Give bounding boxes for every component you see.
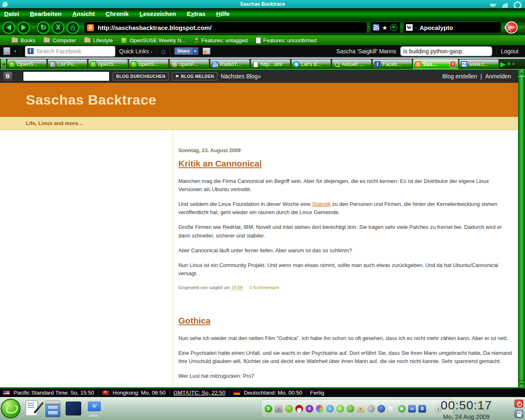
usb-device-launcher[interactable]: Ψ (84, 399, 103, 418)
menu-hilfe[interactable]: Hilfe (216, 10, 230, 17)
tray-ten-icon[interactable]: 10 (408, 405, 416, 413)
new-tab-button[interactable]: + (507, 60, 511, 68)
tray-leaf-icon[interactable] (347, 405, 354, 413)
menu-bearbeiten[interactable]: Bearbeiten (30, 10, 62, 17)
logout-button[interactable]: Logout (501, 48, 518, 55)
tray-chat-icon[interactable]: ☺ (326, 405, 334, 413)
blog-search-button[interactable]: BLOG DURCHSUCHEN (113, 72, 169, 80)
menu-lesezeichen[interactable]: Lesezeichen (139, 10, 176, 17)
url-input[interactable] (97, 24, 364, 32)
forward-button[interactable] (17, 21, 30, 34)
tab-www-c[interactable]: Fxwww.c... (459, 59, 499, 69)
menu-extras[interactable]: Extras (187, 10, 205, 17)
blogger-logo-icon[interactable]: B (3, 72, 12, 81)
tab-facebook[interactable]: fFaceb... (372, 59, 412, 69)
quick-links-menu[interactable]: Quick Links ˅ (119, 48, 153, 55)
search-magnifier-icon[interactable] (504, 25, 510, 30)
tray-globe-icon[interactable]: ⊕ (398, 405, 406, 413)
create-blog-link[interactable]: Blog erstellen (442, 73, 477, 80)
scrollbar-thumb[interactable] (518, 76, 525, 381)
wikipedia-engine-icon[interactable]: W (406, 24, 413, 31)
minimize-button[interactable] (490, 4, 496, 7)
tray-wolf-icon[interactable] (377, 405, 385, 413)
url-bar[interactable]: B (84, 21, 368, 34)
clock-deutschland[interactable]: Deutschland: Mo, 00:50 (244, 390, 303, 396)
text-editor-launcher[interactable] (23, 399, 41, 418)
tab-scroll-left-button[interactable]: ◀ (1, 59, 6, 69)
facebook-toolbar-icon[interactable] (3, 47, 10, 55)
photo-icon[interactable] (203, 48, 210, 55)
clock-hongkong[interactable]: Hongkong: Mo, 06:50 (113, 390, 166, 396)
history-dropdown[interactable]: ˅ (32, 25, 34, 30)
adblock-dropdown[interactable]: ˅ (520, 25, 522, 30)
engine-dropdown[interactable]: ˅ (415, 25, 417, 30)
blog-search-input[interactable] (23, 71, 110, 81)
desktop-launcher[interactable] (64, 399, 82, 418)
post-time-link[interactable]: 15:08 (231, 285, 243, 290)
vertical-scrollbar[interactable]: ▲ ▼ (518, 70, 525, 387)
tray-flower-icon[interactable]: # (306, 405, 313, 413)
tab-aktuell[interactable]: Aktuell ... (332, 59, 372, 69)
home-button[interactable]: ⌂ (66, 21, 79, 34)
tab-openfate[interactable]: openF... (169, 59, 209, 69)
bookmark-folder-computer[interactable]: Computer (43, 37, 76, 43)
clock-pacific[interactable]: Pacific Standard Time: So, 15:50 (14, 390, 94, 396)
chevron-down-icon[interactable]: ▾ (14, 49, 16, 53)
tab-opensuse-1[interactable]: OpenS... (7, 59, 47, 69)
tray-swirl-icon[interactable] (316, 405, 324, 413)
post-comments-link[interactable]: 0 Kommentare (250, 285, 279, 290)
rss-feed-icon[interactable] (373, 24, 379, 31)
file-manager-launcher[interactable] (43, 399, 62, 418)
blog-title[interactable]: Saschas Backtrace (26, 92, 157, 108)
facebook-home-icon[interactable]: ⌂ (161, 48, 166, 55)
tray-face-icon[interactable] (295, 405, 303, 413)
taskbar-clock[interactable]: 00:50:17 Mo, 24 Aug 2009 (427, 398, 505, 420)
web-search-input[interactable] (419, 24, 503, 32)
tab-opensuse-3[interactable]: openS... (129, 59, 169, 69)
tab-saschas-backtrace-active[interactable]: BSas...x (413, 59, 458, 69)
tray-tool-icon[interactable]: / (367, 405, 375, 413)
flag-blog-button[interactable]: ⚑BLOG MELDEN (172, 72, 217, 80)
tab-scroll-right-button[interactable]: ▶ (500, 60, 505, 68)
tray-bird-icon[interactable] (285, 405, 293, 413)
bookmark-folder-lifestyle[interactable]: Lifestyle (84, 37, 113, 43)
bookmark-features-untagged[interactable]: Features: untagged (194, 37, 248, 43)
scroll-up-arrow[interactable]: ▲ (518, 70, 525, 76)
facebook-search-input[interactable] (36, 48, 113, 55)
menu-datei[interactable]: Datei (4, 10, 19, 17)
lock-button[interactable] (514, 410, 523, 418)
share-button[interactable]: Share + (174, 47, 199, 55)
facebook-status-input[interactable] (400, 46, 492, 56)
sign-in-link[interactable]: Anmelden (485, 73, 511, 80)
bookmark-folder-books[interactable]: Books (11, 37, 35, 43)
tab-lets-b[interactable]: Let's b... (291, 59, 331, 69)
tray-clipboard-icon[interactable]: ≡ (357, 405, 365, 413)
tray-notification-icon[interactable]: 3 (265, 405, 272, 413)
tab-opensuse-2[interactable]: openS... (88, 59, 128, 69)
tray-check-icon[interactable]: ✓ (336, 405, 344, 413)
menu-ansicht[interactable]: Ansicht (72, 10, 95, 17)
next-blog-link[interactable]: Nächstes Blog» (221, 73, 261, 80)
tab-list-dropdown[interactable]: ▾ (513, 62, 515, 66)
back-button[interactable] (2, 21, 15, 34)
statistik-link[interactable]: Statistik (312, 201, 331, 207)
bookmark-features-unconfirmed[interactable]: Features: unconfirmed (256, 37, 317, 43)
tray-volume-icon[interactable]: ♪ (275, 405, 283, 413)
opensuse-menu-button[interactable] (1, 399, 21, 418)
scroll-down-arrow[interactable]: ▼ (518, 381, 525, 387)
clock-gmt-utc[interactable]: GMT/UTC: So, 22:50 (173, 390, 226, 396)
post-title-link[interactable]: Gothica (178, 314, 210, 328)
menu-chronik[interactable]: Chronik (105, 10, 129, 17)
tray-egg-icon[interactable] (388, 405, 395, 413)
stop-button[interactable]: X (52, 21, 64, 34)
tab-list[interactable]: List Pu... (48, 59, 87, 69)
facebook-search-box[interactable]: f (25, 46, 115, 57)
download-arrow-icon[interactable]: ▼ (390, 24, 397, 31)
power-button[interactable] (514, 399, 523, 408)
maximize-button[interactable] (502, 3, 508, 8)
post-title-link[interactable]: Kritik an Cannonical (178, 157, 262, 171)
tab-radiotux[interactable]: RadioT... (210, 59, 250, 69)
bookmark-opensuse-weekly[interactable]: OpenSUSE Weekly N... (121, 37, 186, 43)
tab-http[interactable]: http...om/ (251, 59, 290, 69)
web-search-box[interactable]: W ˅ (403, 21, 502, 34)
